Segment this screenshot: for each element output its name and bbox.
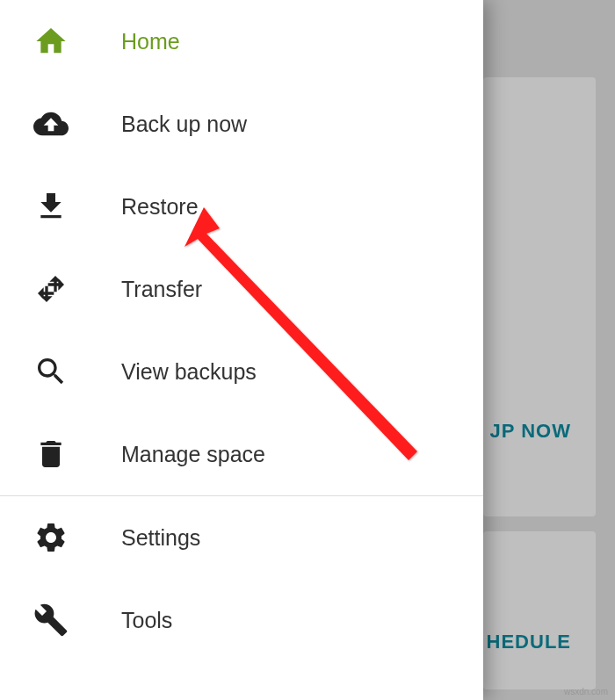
backup-now-button-partial[interactable]: JP NOW xyxy=(490,420,571,443)
drawer-item-settings[interactable]: Settings xyxy=(0,496,483,579)
drawer-list: Home Back up now Restore Transfer View b xyxy=(0,0,483,661)
drawer-item-label: Settings xyxy=(121,525,200,551)
drawer-item-label: Home xyxy=(121,29,180,54)
drawer-item-label: View backups xyxy=(121,359,257,385)
settings-icon xyxy=(26,520,76,555)
drawer-item-label: Restore xyxy=(121,194,199,220)
transfer-icon xyxy=(26,271,76,307)
cloud-upload-icon xyxy=(26,106,76,141)
home-icon xyxy=(26,24,76,59)
drawer-item-label: Transfer xyxy=(121,277,202,302)
drawer-item-restore[interactable]: Restore xyxy=(0,165,483,248)
drawer-item-manage-space[interactable]: Manage space xyxy=(0,413,483,495)
drawer-item-label: Manage space xyxy=(121,442,265,467)
drawer-item-transfer[interactable]: Transfer xyxy=(0,248,483,330)
modal-scrim[interactable] xyxy=(483,0,615,700)
search-icon xyxy=(26,354,76,389)
drawer-item-label: Tools xyxy=(121,608,172,633)
drawer-item-label: Back up now xyxy=(121,112,247,137)
download-icon xyxy=(26,189,76,224)
schedule-button-partial[interactable]: HEDULE xyxy=(487,631,571,653)
drawer-item-view-backups[interactable]: View backups xyxy=(0,330,483,413)
drawer-item-tools[interactable]: Tools xyxy=(0,579,483,661)
drawer-item-home[interactable]: Home xyxy=(0,0,483,83)
watermark: wsxdn.com xyxy=(564,687,608,696)
delete-icon xyxy=(26,437,76,472)
drawer-item-backup-now[interactable]: Back up now xyxy=(0,83,483,165)
navigation-drawer: Home Back up now Restore Transfer View b xyxy=(0,0,483,700)
wrench-icon xyxy=(26,603,76,638)
